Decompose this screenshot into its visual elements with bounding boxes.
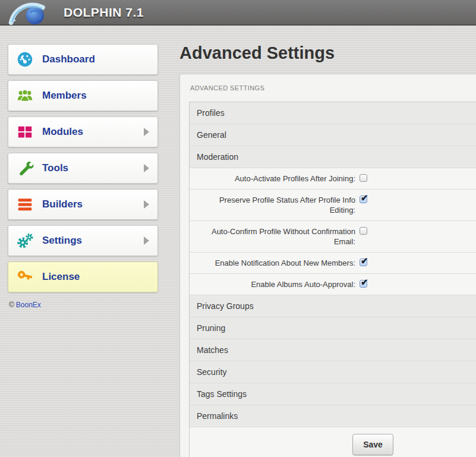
page-title: Advanced Settings bbox=[179, 43, 476, 63]
save-button[interactable]: Save bbox=[352, 434, 393, 455]
sidebar-item-members[interactable]: Members bbox=[8, 80, 158, 111]
sidebar-item-settings[interactable]: Settings bbox=[8, 225, 158, 256]
chevron-right-icon bbox=[144, 128, 149, 136]
panel-caption: ADVANCED SETTINGS bbox=[190, 84, 476, 92]
section-label: Matches bbox=[197, 345, 228, 355]
setting-label: Auto-Activate Profiles After Joining: bbox=[197, 174, 355, 184]
dashboard-gauge-icon bbox=[16, 51, 34, 68]
advanced-settings-panel: ADVANCED SETTINGS Profiles General Moder… bbox=[179, 74, 476, 457]
section-row-moderation[interactable]: Moderation bbox=[190, 146, 476, 168]
sidebar-item-label: Settings bbox=[42, 235, 82, 247]
sidebar-item-license[interactable]: License bbox=[8, 261, 158, 292]
setting-label: Auto-Confirm Profile Without Confirmatio… bbox=[197, 226, 355, 247]
section-row-pruning[interactable]: Pruning bbox=[190, 317, 476, 339]
setting-row: Enable Notification About New Members: bbox=[190, 252, 476, 273]
tools-wrench-icon bbox=[16, 159, 34, 177]
section-label: Privacy Groups bbox=[197, 301, 254, 311]
app-header: DOLPHIN 7.1 bbox=[0, 0, 476, 26]
sidebar-item-label: License bbox=[42, 271, 80, 283]
license-key-icon bbox=[16, 268, 34, 286]
checkbox-auto-activate[interactable] bbox=[360, 174, 367, 182]
section-label: Profiles bbox=[197, 108, 225, 118]
section-row-matches[interactable]: Matches bbox=[190, 339, 476, 361]
checkbox-preserve-status[interactable] bbox=[360, 196, 367, 203]
section-row-privacy-groups[interactable]: Privacy Groups bbox=[190, 295, 476, 317]
chevron-right-icon bbox=[144, 200, 149, 209]
section-label: Permalinks bbox=[197, 411, 238, 421]
section-row-general[interactable]: General bbox=[190, 124, 476, 146]
sidebar-item-label: Builders bbox=[42, 198, 83, 210]
sidebar-item-label: Dashboard bbox=[42, 53, 95, 65]
section-row-permalinks[interactable]: Permalinks bbox=[190, 405, 476, 427]
chevron-right-icon bbox=[144, 164, 149, 172]
setting-row: Preserve Profile Status After Profile In… bbox=[190, 189, 476, 220]
checkbox-auto-confirm[interactable] bbox=[360, 227, 367, 235]
save-row: Save bbox=[190, 427, 476, 457]
section-row-tags-settings[interactable]: Tags Settings bbox=[190, 383, 476, 405]
chevron-right-icon bbox=[144, 237, 149, 245]
section-label: Pruning bbox=[197, 323, 225, 333]
setting-label: Preserve Profile Status After Profile In… bbox=[197, 195, 355, 215]
copyright-symbol: © bbox=[9, 301, 14, 309]
sidebar-item-tools[interactable]: Tools bbox=[8, 153, 158, 184]
setting-label: Enable Notification About New Members: bbox=[197, 258, 355, 268]
sidebar-item-label: Members bbox=[42, 90, 87, 102]
settings-gears-icon bbox=[16, 232, 34, 250]
checkbox-albums-auto-approval[interactable] bbox=[360, 280, 367, 288]
sidebar-item-modules[interactable]: Modules bbox=[8, 116, 158, 147]
section-label: Security bbox=[197, 367, 227, 377]
sidebar-item-label: Tools bbox=[42, 162, 68, 174]
builders-bars-icon bbox=[16, 196, 34, 213]
checkbox-new-member-notification[interactable] bbox=[360, 259, 367, 266]
section-row-profiles[interactable]: Profiles bbox=[190, 102, 476, 124]
dolphin-logo-icon bbox=[3, 0, 58, 25]
settings-table: Profiles General Moderation Auto-Activat… bbox=[189, 102, 476, 457]
sidebar-item-builders[interactable]: Builders bbox=[8, 189, 158, 220]
sidebar-item-dashboard[interactable]: Dashboard bbox=[8, 44, 158, 75]
main-content: Advanced Settings ADVANCED SETTINGS Prof… bbox=[179, 26, 476, 457]
setting-row: Enable Albums Auto-Approval: bbox=[190, 273, 476, 295]
sidebar: Dashboard Members Modules Tools bbox=[8, 44, 158, 309]
setting-label: Enable Albums Auto-Approval: bbox=[197, 279, 355, 289]
sidebar-item-label: Modules bbox=[42, 126, 83, 138]
boonex-link[interactable]: BoonEx bbox=[16, 301, 41, 309]
section-label: Tags Settings bbox=[197, 389, 247, 399]
section-row-security[interactable]: Security bbox=[190, 361, 476, 383]
setting-row: Auto-Activate Profiles After Joining: bbox=[190, 168, 476, 189]
setting-row: Auto-Confirm Profile Without Confirmatio… bbox=[190, 220, 476, 252]
members-icon bbox=[16, 87, 34, 105]
app-title: DOLPHIN 7.1 bbox=[64, 5, 144, 20]
modules-grid-icon bbox=[16, 123, 34, 141]
section-label: Moderation bbox=[197, 152, 238, 162]
copyright: ©BoonEx bbox=[9, 301, 158, 309]
section-label: General bbox=[197, 130, 226, 140]
